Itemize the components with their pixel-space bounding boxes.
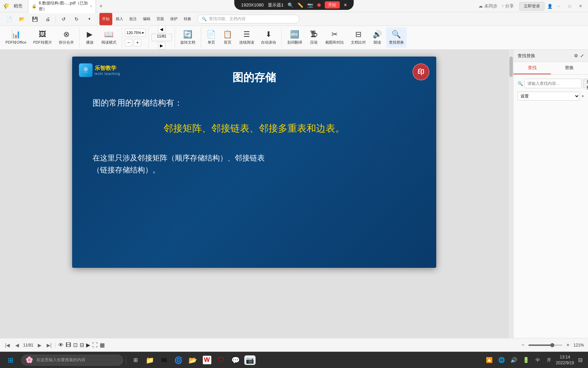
read-aloud-btn[interactable]: 🔊 朗读 <box>370 27 385 48</box>
task-view-btn[interactable]: ⊞ <box>129 354 142 367</box>
first-page-btn[interactable]: |◀ <box>4 342 11 349</box>
continuous-btn[interactable]: ☰ 连续阅读 <box>236 27 257 48</box>
double-page-btn[interactable]: 📋 双页 <box>220 27 235 48</box>
page-layout-icon[interactable]: ⊡ <box>73 342 78 348</box>
menu-comment-btn[interactable]: 批注 <box>127 13 140 25</box>
extract-btn[interactable]: ✂ 截图和对比 <box>323 27 347 48</box>
compress-btn[interactable]: 🗜 压缩 <box>306 27 321 48</box>
taskbar-wps-btn[interactable]: W <box>200 354 213 367</box>
toolbar-dropdown-btn[interactable]: ▾ <box>83 13 96 25</box>
taskbar-search[interactable]: 🌸 在这里输入你要搜索的内容 <box>21 355 123 366</box>
zoom-minus-btn[interactable]: － <box>520 341 526 349</box>
lang-en[interactable]: 开 <box>545 356 553 365</box>
toolbar-save-btn[interactable]: 💾 <box>29 13 41 25</box>
menu-insert-btn[interactable]: 插入 <box>113 13 126 25</box>
arrow-up-icon[interactable]: 🔼 <box>485 355 494 365</box>
record-start-btn[interactable]: 开始 <box>325 1 340 9</box>
next-page-btn[interactable]: ▶ <box>158 42 165 49</box>
zoom-out-btn[interactable]: － <box>125 39 132 46</box>
user-avatar[interactable]: 👤 <box>547 4 553 9</box>
eye-icon[interactable]: 👁 <box>58 342 64 348</box>
auto-scroll-btn[interactable]: ⬇ 自动滚动 <box>258 27 279 48</box>
vertical-scrollbar[interactable] <box>508 50 513 338</box>
volume-icon[interactable]: 🔊 <box>509 355 519 365</box>
play-btn[interactable]: ▶ 播放 <box>82 27 97 48</box>
share-btn[interactable]: ↑ 分享 <box>502 3 514 9</box>
toolbar-new-btn[interactable]: 📄 <box>3 13 15 25</box>
tab-replace[interactable]: 替换 <box>551 62 588 74</box>
pdf-img-btn[interactable]: 🖼 PDF转图片 <box>31 27 55 48</box>
lang-cn[interactable]: 中 <box>534 356 542 365</box>
page-input[interactable]: 11/81 <box>151 34 172 41</box>
single-page-btn[interactable]: 📄 单页 <box>204 27 219 48</box>
document-tab[interactable]: 🔒 6.数据结构-图-....pdf（已加密） × <box>28 0 96 13</box>
zoom-slider[interactable] <box>528 344 562 346</box>
ribbon-group-convert: 📊 PDF转Office 🖼 PDF转图片 ⊗ 拆分合并 <box>3 27 80 48</box>
prev-page-btn[interactable]: ◀ <box>158 26 165 33</box>
login-button[interactable]: 立即登录 <box>519 2 544 11</box>
zoom-selector[interactable]: 120.75% ▾ <box>125 29 146 37</box>
film-icon[interactable]: 🎞 <box>66 342 71 348</box>
taskbar-explorer-btn[interactable]: 📂 <box>186 354 199 367</box>
show-desktop-btn[interactable]: ⊟ <box>577 355 584 365</box>
last-page-btn[interactable]: ▶| <box>46 342 52 349</box>
new-tab-btn[interactable]: + <box>98 3 104 9</box>
maximize-btn[interactable]: □ <box>565 2 574 10</box>
app-title: 稻壳 <box>14 3 22 9</box>
next-page-nav-btn[interactable]: ▶ <box>36 342 43 349</box>
menu-edit-btn[interactable]: 编辑 <box>140 13 153 25</box>
menu-protect-btn[interactable]: 保护 <box>167 13 180 25</box>
toolbar-open-btn[interactable]: 📂 <box>16 13 28 25</box>
split-merge-btn[interactable]: ⊗ 拆分合并 <box>56 27 77 48</box>
taskbar-camera-btn[interactable]: 📷 <box>243 354 256 367</box>
record-search-icon[interactable]: 🔍 <box>288 2 293 8</box>
zoom-out-icon: － <box>126 40 131 46</box>
battery-icon[interactable]: 🔋 <box>521 355 531 365</box>
panel-expand-icon[interactable]: ⤢ <box>580 53 584 58</box>
menu-start-btn[interactable]: 开始 <box>99 13 112 25</box>
tencent-icon: 💬 <box>231 356 240 364</box>
panel-settings-icon[interactable]: ⚙ <box>574 53 578 58</box>
taskbar-mail-btn[interactable]: ✉ <box>158 354 170 367</box>
taskbar-time[interactable]: 13:14 2022/9/19 <box>556 354 574 366</box>
dual-page-icon[interactable]: ▦ <box>100 342 105 348</box>
translate-btn[interactable]: 🔤 划词翻译 <box>284 27 305 48</box>
zoom-plus-btn[interactable]: ＋ <box>565 341 571 349</box>
tab-close-btn[interactable]: × <box>90 4 92 8</box>
toolbar-search[interactable]: 🔍 查找功能、文档内容 <box>197 15 299 24</box>
find-go-btn[interactable]: 查找 <box>583 79 588 88</box>
fit-icon[interactable]: ⛶ <box>92 342 98 348</box>
compare-btn[interactable]: ⊟ 文档比对 <box>348 27 369 48</box>
taskbar-security-btn[interactable]: 🛡 <box>215 354 228 367</box>
spread-icon[interactable]: ⊟ <box>80 342 84 348</box>
read-mode-btn[interactable]: 📖 阅读模式 <box>99 27 119 48</box>
toolbar-undo-btn[interactable]: ↺ <box>58 13 70 25</box>
network-icon[interactable]: 🌐 <box>497 355 506 365</box>
record-camera-icon[interactable]: 📷 <box>307 2 313 8</box>
screen-bar-close-btn[interactable]: × <box>344 2 347 8</box>
taskbar-files-btn[interactable]: 📁 <box>143 354 156 367</box>
pdf-viewer[interactable]: 龙 耀 行 文 乐智教学 lezhi teaching <box>0 50 508 338</box>
close-btn[interactable]: ✕ <box>576 2 585 10</box>
toolbar-sep-2 <box>97 15 98 23</box>
menu-page-btn[interactable]: 页面 <box>154 13 167 25</box>
taskbar-tencent-btn[interactable]: 💬 <box>229 354 242 367</box>
find-input[interactable] <box>524 79 582 88</box>
find-replace-btn[interactable]: 🔍 查找替换 <box>386 27 407 48</box>
play-icon[interactable]: ▶ <box>86 342 90 348</box>
toolbar-redo-btn[interactable]: ↻ <box>70 13 83 25</box>
settings-select[interactable]: 设置 <box>518 92 580 101</box>
minimize-btn[interactable]: － <box>554 2 564 10</box>
pdf-office-btn[interactable]: 📊 PDF转Office <box>3 27 29 48</box>
menu-convert-btn[interactable]: 转换 <box>181 13 194 25</box>
start-menu-btn[interactable]: ⊞ <box>4 354 17 367</box>
tab-find[interactable]: 查找 <box>513 62 551 74</box>
toolbar-print-btn[interactable]: 🖨 <box>42 13 54 25</box>
zoom-in-btn[interactable]: ＋ <box>134 39 141 46</box>
scrollbar-thumb[interactable] <box>509 57 513 77</box>
prev-page-nav-btn[interactable]: ◀ <box>14 342 20 349</box>
rotate-doc-btn[interactable]: 🔄 旋转文档 <box>178 27 198 48</box>
taskbar-edge-btn[interactable]: 🌀 <box>172 354 185 367</box>
record-pen-icon[interactable]: ✏️ <box>297 2 303 8</box>
zoom-thumb[interactable] <box>550 343 554 347</box>
